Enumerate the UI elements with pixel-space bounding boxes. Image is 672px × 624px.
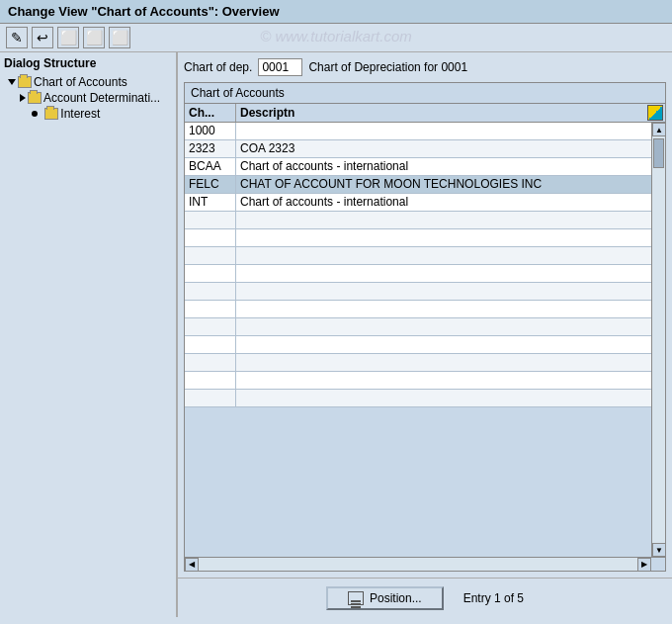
cell-ch <box>185 247 236 264</box>
vertical-scrollbar[interactable]: ▲ ▼ <box>651 123 665 557</box>
cell-desc: Chart of accounts - international <box>236 194 651 211</box>
sidebar-item-label-2: Account Determinati... <box>43 91 160 105</box>
cell-ch <box>185 390 236 406</box>
cell-ch <box>185 265 236 282</box>
table-row[interactable]: 1000 <box>185 123 651 140</box>
entry-count: Entry 1 of 5 <box>463 591 524 605</box>
sidebar-item-label-3: Interest <box>60 107 100 121</box>
cell-ch <box>185 372 236 389</box>
table-row[interactable] <box>185 247 651 265</box>
table-row[interactable]: 2323COA 2323 <box>185 140 651 158</box>
sidebar-item-interest[interactable]: Interest <box>4 106 172 122</box>
tree-collapse-icon <box>20 94 26 102</box>
table-row[interactable] <box>185 265 651 283</box>
scroll-track <box>652 136 665 543</box>
toolbar: ✎ ↩ ⬜ ⬜ ⬜ © www.tutorialkart.com <box>0 24 672 52</box>
folder-icon-2 <box>28 92 42 104</box>
col-header-ch: Ch... <box>185 104 236 122</box>
cell-ch <box>185 283 236 300</box>
sidebar-item-account-determ[interactable]: Account Determinati... <box>4 90 172 106</box>
cell-desc <box>236 212 651 228</box>
cell-desc <box>236 265 651 282</box>
scrollbar-corner <box>651 558 665 571</box>
window-title: Change View "Chart of Accounts": Overvie… <box>8 4 280 19</box>
cell-desc <box>236 372 651 389</box>
position-button[interactable]: Position... <box>326 586 444 610</box>
toolbar-btn-back[interactable]: ↩ <box>32 27 53 48</box>
cell-desc <box>236 390 651 406</box>
cell-desc: CHAT OF ACCOUNT FOR MOON TECHNOLOGIES IN… <box>236 176 651 193</box>
scroll-h-track <box>199 558 637 572</box>
sidebar-item-label: Chart of Accounts <box>34 75 127 89</box>
cell-ch <box>185 229 236 246</box>
horizontal-scrollbar: ◀ ▶ <box>185 558 651 571</box>
col-settings-icon[interactable] <box>645 105 665 121</box>
cell-desc <box>236 336 651 353</box>
table-row[interactable] <box>185 229 651 247</box>
table-row[interactable]: FELCCHAT OF ACCOUNT FOR MOON TECHNOLOGIE… <box>185 176 651 194</box>
cell-ch: 2323 <box>185 140 236 157</box>
table-row[interactable] <box>185 372 651 390</box>
table-row[interactable] <box>185 283 651 301</box>
scroll-left-btn[interactable]: ◀ <box>185 558 199 572</box>
cell-ch: INT <box>185 194 236 211</box>
cell-ch <box>185 318 236 335</box>
table-row[interactable] <box>185 301 651 318</box>
position-btn-label: Position... <box>370 591 422 605</box>
cell-desc <box>236 123 651 139</box>
table-row[interactable] <box>185 318 651 336</box>
cell-desc: COA 2323 <box>236 140 651 157</box>
table-row[interactable] <box>185 390 651 407</box>
dep-label: Chart of dep. <box>184 60 252 74</box>
cell-desc <box>236 318 651 335</box>
table-row[interactable] <box>185 336 651 354</box>
dep-input[interactable] <box>258 58 302 76</box>
toolbar-btn-copy1[interactable]: ⬜ <box>57 27 79 48</box>
title-bar: Change View "Chart of Accounts": Overvie… <box>0 0 672 24</box>
settings-icon <box>647 105 663 121</box>
cell-ch: 1000 <box>185 123 236 139</box>
scroll-right-btn[interactable]: ▶ <box>637 558 651 572</box>
cell-ch: BCAA <box>185 158 236 175</box>
accounts-title: Chart of Accounts <box>185 83 665 104</box>
accounts-section: Chart of Accounts Ch... Descriptn <box>184 82 666 572</box>
folder-icon <box>18 76 32 88</box>
cell-desc <box>236 247 651 264</box>
toolbar-btn-pencil[interactable]: ✎ <box>6 27 28 48</box>
bullet-icon <box>32 111 38 117</box>
scroll-thumb[interactable] <box>653 138 664 168</box>
watermark: © www.tutorialkart.com <box>260 28 412 45</box>
dep-description: Chart of Depreciation for 0001 <box>308 60 467 74</box>
left-panel: Dialog Structure Chart of Accounts Accou… <box>0 52 178 617</box>
table-header: Ch... Descriptn <box>185 104 665 123</box>
table-row[interactable]: BCAAChart of accounts - international <box>185 158 651 176</box>
scroll-up-btn[interactable]: ▲ <box>652 123 665 136</box>
table-row[interactable]: INTChart of accounts - international <box>185 194 651 212</box>
tree-expand-icon <box>8 79 16 85</box>
main-content: Dialog Structure Chart of Accounts Accou… <box>0 52 672 617</box>
cell-ch <box>185 301 236 317</box>
horizontal-scrollbar-container: ◀ ▶ <box>185 557 665 571</box>
cell-desc <box>236 283 651 300</box>
folder-icon-3 <box>44 108 58 120</box>
bottom-bar: Position... Entry 1 of 5 <box>178 578 672 617</box>
scroll-down-btn[interactable]: ▼ <box>652 543 665 557</box>
cell-ch <box>185 336 236 353</box>
table-row[interactable] <box>185 354 651 372</box>
sidebar-item-chart-accounts[interactable]: Chart of Accounts <box>4 74 172 90</box>
cell-desc <box>236 354 651 371</box>
position-icon <box>348 591 364 605</box>
dialog-structure-title: Dialog Structure <box>4 56 172 70</box>
cell-ch <box>185 354 236 371</box>
cell-ch: FELC <box>185 176 236 193</box>
dep-row: Chart of dep. Chart of Depreciation for … <box>184 58 666 76</box>
table-container: Ch... Descriptn 10002323COA 2323BCAAChar… <box>185 104 665 571</box>
right-panel: Chart of dep. Chart of Depreciation for … <box>178 52 672 617</box>
cell-desc: Chart of accounts - international <box>236 158 651 175</box>
cell-desc <box>236 301 651 317</box>
table-body: 10002323COA 2323BCAAChart of accounts - … <box>185 123 665 557</box>
toolbar-btn-copy3[interactable]: ⬜ <box>109 27 130 48</box>
toolbar-btn-copy2[interactable]: ⬜ <box>83 27 105 48</box>
table-row[interactable] <box>185 212 651 229</box>
cell-ch <box>185 212 236 228</box>
